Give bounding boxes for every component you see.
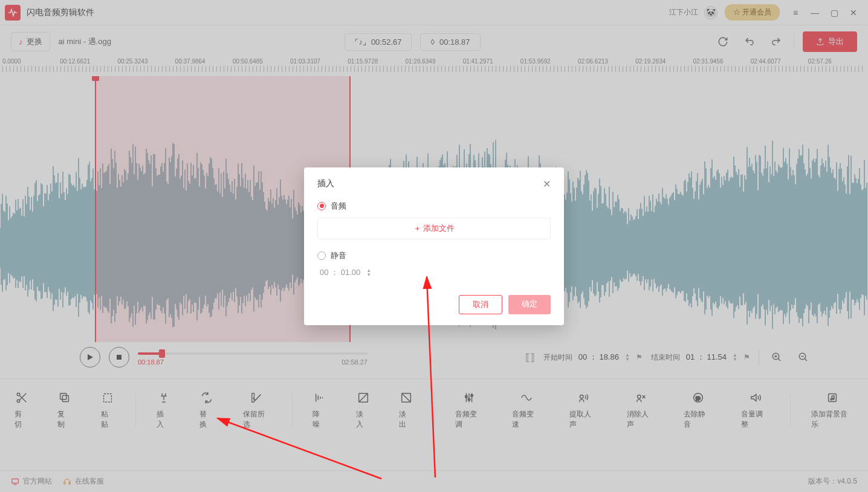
radio-audio[interactable]: 音频 xyxy=(317,201,551,212)
modal-overlay: 插入 ✕ 音频 ＋ 添加文件 静音 00 ： 01.00 ▲▼ 取消 确定 xyxy=(0,0,868,492)
radio-audio-indicator xyxy=(317,202,326,210)
radio-silence-label: 静音 xyxy=(331,250,346,261)
silence-stepper[interactable]: ▲▼ xyxy=(366,268,371,277)
silence-time-input[interactable]: 00 ： 01.00 ▲▼ xyxy=(320,267,551,278)
radio-silence[interactable]: 静音 xyxy=(317,250,551,261)
radio-audio-label: 音频 xyxy=(331,201,346,212)
ok-button[interactable]: 确定 xyxy=(508,295,551,314)
modal-close-icon[interactable]: ✕ xyxy=(543,178,551,190)
radio-silence-indicator xyxy=(317,251,326,260)
add-file-button[interactable]: ＋ 添加文件 xyxy=(317,218,551,239)
modal-title: 插入 xyxy=(317,178,334,189)
cancel-button[interactable]: 取消 xyxy=(459,295,502,314)
insert-modal: 插入 ✕ 音频 ＋ 添加文件 静音 00 ： 01.00 ▲▼ 取消 确定 xyxy=(304,167,564,325)
silence-time-value: 00 ： 01.00 xyxy=(320,267,360,278)
